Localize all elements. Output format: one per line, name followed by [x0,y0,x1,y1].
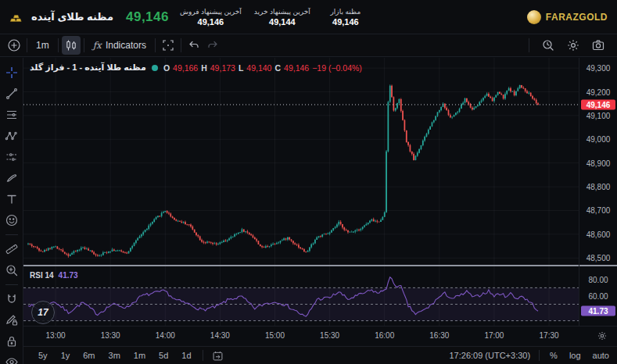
low-label: L [239,63,243,73]
series-status-dot [152,65,158,71]
divider [27,38,27,52]
last-price-badge: 49,146 [581,99,615,109]
rsi-value: 41.73 [59,271,78,280]
symbol-summary: مظنه طلای آینده 49,146 [9,9,169,25]
range-1y-button[interactable]: 1y [59,350,73,361]
interval-button[interactable]: 1m [30,40,55,51]
open-value: 49,166 [173,63,198,73]
redo-button[interactable] [203,36,222,55]
price-axis-label: 48,600 [579,230,617,238]
emoji-icon[interactable] [5,213,19,227]
brand-name: FARAZGOLD [546,12,608,23]
add-symbol-button[interactable] [5,36,23,55]
chart-canvas[interactable] [23,58,579,346]
time-axis-label: 15:00 [265,331,285,340]
edit-lock-icon[interactable] [5,313,19,327]
range-1m-button[interactable]: 1m [131,350,148,361]
rsi-legend[interactable]: RSI 14 41.73 [30,271,78,280]
indicators-label: Indicators [106,40,146,51]
log-scale-button[interactable]: log [568,350,583,361]
bottom-bar: 5y 1y 6m 3m 1m 5d 1d 17:26:09 (UTC+3:30)… [23,346,617,364]
lock-icon[interactable] [5,334,19,348]
divider [84,38,84,52]
header: مظنه طلای آینده 49,146 آخرین پیشنهاد فرو… [0,0,617,34]
settings-gear-icon[interactable] [564,36,583,55]
close-label: C [274,63,281,73]
series-title[interactable]: مظنه طلا آینده - 1 - فراز گلد [30,62,146,73]
candle-style-button[interactable] [62,36,81,55]
price-axis-label: 49,000 [579,135,617,144]
brand: FARAZGOLD [527,10,608,24]
stat-label: مظنه بازار [331,8,361,16]
time-axis-label: 17:00 [484,331,504,340]
chart-region: مظنه طلا آینده - 1 - فراز گلد O49,166 H4… [23,58,617,364]
text-tool-icon[interactable] [5,192,19,206]
divider [529,38,529,52]
time-axis[interactable]: 13:0013:3014:0014:3015:0015:3016:0016:30… [23,326,617,346]
range-5d-button[interactable]: 5d [156,350,170,361]
range-5y-button[interactable]: 5y [36,350,50,361]
divider [5,284,18,285]
main-price: 49,146 [126,9,169,25]
price-axis-label: 48,700 [579,206,617,215]
rsi-title: RSI 14 [30,271,54,280]
crosshair-icon[interactable] [5,66,19,80]
session-clock[interactable]: 17:26:09 (UTC+3:30) [449,351,530,360]
rsi-axis-label: 60.00 [579,291,617,300]
series-legend[interactable]: مظنه طلا آینده - 1 - فراز گلد O49,166 H4… [30,62,362,73]
trend-line-icon[interactable] [5,87,19,101]
time-axis-label: 14:30 [210,331,230,340]
forecast-icon[interactable] [5,150,19,164]
auto-scale-button[interactable]: auto [591,350,611,361]
stat-label: آخرین پیشنهاد فروش [180,8,242,16]
visibility-eye-icon[interactable] [5,355,19,364]
stat-value: 49,144 [269,17,296,27]
range-3m-button[interactable]: 3m [106,350,123,361]
axis-settings-gear-icon[interactable] [597,330,608,341]
drawing-toolbar [0,58,23,364]
price-axis-label: 48,800 [579,183,617,191]
price-axis[interactable]: 49,30049,20049,10049,00048,90048,80048,7… [579,58,617,326]
percent-scale-button[interactable]: % [548,350,559,361]
price-axis-label: 49,100 [579,111,617,120]
time-axis-label: 17:30 [540,331,559,340]
measure-ruler-icon[interactable] [5,242,19,256]
search-clock-icon[interactable] [539,36,558,55]
rsi-axis-label: 80.00 [579,275,617,284]
magnet-icon[interactable] [5,292,19,306]
header-stats: آخرین پیشنهاد فروش 49,146 آخرین پیشنهاد … [180,8,368,27]
xabcd-pattern-icon[interactable] [5,129,19,143]
stat-last-sell: آخرین پیشنهاد فروش 49,146 [180,8,242,27]
open-label: O [163,63,170,73]
range-6m-button[interactable]: 6m [81,350,97,361]
snapshot-camera-icon[interactable] [589,36,608,55]
range-1d-button[interactable]: 1d [179,350,193,361]
stat-label: آخرین پیشنهاد خرید [254,8,310,16]
parallel-lines-icon[interactable] [5,108,19,122]
time-axis-label: 15:30 [320,331,339,340]
go-to-date-calendar-icon[interactable] [212,350,224,362]
divider [181,38,181,52]
time-axis-label: 13:00 [46,331,66,340]
high-label: H [201,63,207,73]
indicators-button[interactable]: ƒx Indicators [88,40,152,51]
change-value: −19 (−0.04%) [312,63,362,73]
low-value: 49,140 [246,63,271,73]
price-axis-label: 49,300 [579,64,617,73]
zoom-in-icon[interactable] [5,263,19,277]
stat-last-buy: آخرین پیشنهاد خرید 49,144 [254,8,310,27]
ohlc-values: O49,166 H49,173 L49,140 C49,146 −19 (−0.… [163,63,362,73]
divider [155,38,156,52]
replay-icon[interactable] [159,36,178,55]
divider [5,234,18,235]
close-value: 49,146 [284,63,309,73]
time-axis-label: 16:30 [429,331,449,340]
stat-market-quote: مظنه بازار 49,146 [323,8,368,27]
tradingview-logo[interactable]: 17 [31,301,55,324]
undo-button[interactable] [185,36,203,55]
symbol-title: مظنه طلای آینده [31,11,113,23]
divider [58,38,59,52]
pane-separator[interactable] [23,265,617,266]
brush-icon[interactable] [5,171,19,185]
price-axis-label: 48,500 [579,254,617,262]
